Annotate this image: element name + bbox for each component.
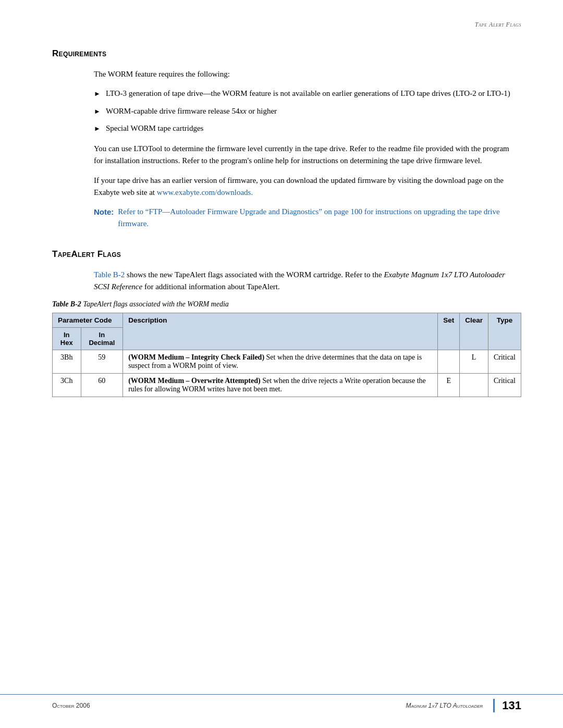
bullet-arrow-3: ► — [94, 124, 101, 134]
requirements-para2: If your tape drive has an earlier versio… — [94, 175, 511, 199]
tapealert-intro: Table B-2 shows the new TapeAlert flags … — [94, 269, 511, 293]
col-header-param-code: Parameter Code — [53, 313, 123, 328]
cell-decimal-1: 59 — [81, 350, 123, 374]
table-row: 3Bh 59 (WORM Medium – Integrity Check Fa… — [53, 350, 521, 374]
cell-clear-2 — [460, 374, 488, 397]
footer-page-number: 131 — [493, 699, 521, 712]
cell-description-1: (WORM Medium – Integrity Check Failed) S… — [123, 350, 438, 374]
cell-type-2: Critical — [488, 374, 521, 397]
bullet-arrow-2: ► — [94, 106, 101, 117]
cell-clear-1: L — [460, 350, 488, 374]
requirements-bullet-list: ► LTO-3 generation of tape drive—the WOR… — [94, 88, 511, 134]
requirements-heading: Requirements — [52, 48, 521, 59]
bullet-item-3: ► Special WORM tape cartridges — [94, 122, 511, 134]
cell-hex-1: 3Bh — [53, 350, 81, 374]
tapealert-intro-text: shows the new TapeAlert flags associated… — [125, 270, 384, 279]
tapealert-table-link[interactable]: Table B-2 — [94, 270, 125, 279]
table-row: 3Ch 60 (WORM Medium – Overwrite Attempte… — [53, 374, 521, 397]
note-text: Refer to “FTP—Autoloader Firmware Upgrad… — [118, 206, 511, 230]
cell-set-1 — [438, 350, 460, 374]
bullet-arrow-1: ► — [94, 89, 101, 99]
requirements-para1: You can use LTOTool to determine the fir… — [94, 143, 511, 167]
page-header: Tape Alert Flags — [52, 21, 521, 33]
bullet-text-2: WORM-capable drive firmware release 54xx… — [106, 105, 277, 117]
requirements-link[interactable]: www.exabyte.com/downloads. — [157, 188, 253, 196]
note-label: Note: — [94, 206, 114, 218]
tapealert-table: Parameter Code Description Set Clear Typ… — [52, 313, 521, 397]
table-caption: Table B-2 TapeAlert flags associated wit… — [52, 300, 521, 309]
bullet-item-2: ► WORM-capable drive firmware release 54… — [94, 105, 511, 117]
page-footer: October 2006 Magnum 1x7 LTO Autoloader 1… — [0, 694, 563, 712]
requirements-para2-text: If your tape drive has an earlier versio… — [94, 176, 504, 196]
cell-type-1: Critical — [488, 350, 521, 374]
cell-hex-2: 3Ch — [53, 374, 81, 397]
col-header-clear: Clear — [460, 313, 488, 350]
bullet-text-3: Special WORM tape cartridges — [106, 122, 204, 134]
col-subheader-hex: In Hex — [53, 328, 81, 350]
cell-decimal-2: 60 — [81, 374, 123, 397]
col-header-set: Set — [438, 313, 460, 350]
bullet-item-1: ► LTO-3 generation of tape drive—the WOR… — [94, 88, 511, 100]
table-header-row: Parameter Code Description Set Clear Typ… — [53, 313, 521, 328]
col-header-type: Type — [488, 313, 521, 350]
cell-desc-bold-2: (WORM Medium – Overwrite Attempted) — [128, 377, 260, 385]
tapealert-heading: TapeAlert Flags — [52, 249, 521, 260]
table-caption-bold: Table B-2 — [52, 300, 81, 308]
col-subheader-decimal: In Decimal — [81, 328, 123, 350]
bullet-text-1: LTO-3 generation of tape drive—the WORM … — [106, 88, 510, 100]
note-block: Note: Refer to “FTP—Autoloader Firmware … — [94, 206, 511, 230]
cell-description-2: (WORM Medium – Overwrite Attempted) Set … — [123, 374, 438, 397]
cell-set-2: E — [438, 374, 460, 397]
col-header-description: Description — [123, 313, 438, 350]
footer-date: October 2006 — [52, 702, 195, 709]
requirements-intro: The WORM feature requires the following: — [94, 68, 511, 80]
table-caption-text: TapeAlert flags associated with the WORM… — [81, 300, 229, 308]
footer-product: Magnum 1x7 LTO Autoloader — [195, 702, 493, 709]
cell-desc-bold-1: (WORM Medium – Integrity Check Failed) — [128, 353, 264, 361]
tapealert-intro-text2: for additional information about TapeAle… — [142, 282, 280, 291]
